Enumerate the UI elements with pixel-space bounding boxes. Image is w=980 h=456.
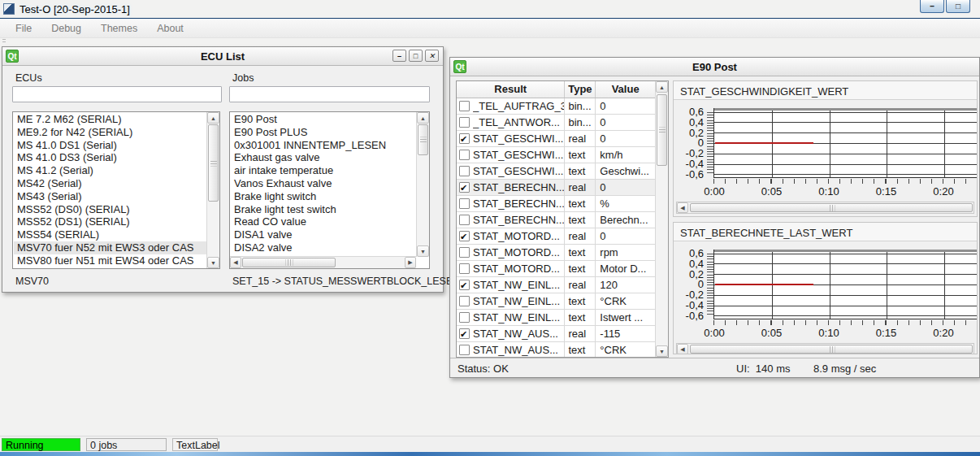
ecu-window-titlebar[interactable]: Qt ECU List – □ ✕ — [2, 47, 443, 66]
scroll-down-icon[interactable]: ▼ — [207, 257, 219, 268]
row-checkbox[interactable]: ✔ — [459, 182, 470, 193]
job-list-item[interactable]: air intake temperatue — [231, 164, 416, 177]
table-row[interactable]: ✔STAT_BERECHN... real 0 — [457, 180, 655, 196]
row-checkbox[interactable]: ✔ — [459, 150, 470, 160]
column-header-result[interactable]: Result — [457, 81, 565, 98]
chart-hscrollbar[interactable]: ◀ — [676, 202, 974, 214]
job-list-item[interactable]: 0x301001 INNENTEMP_LESEN — [231, 139, 416, 152]
scrollbar-thumb[interactable] — [208, 124, 219, 202]
row-checkbox[interactable]: ✔ — [459, 247, 470, 258]
jobs-list-hscrollbar[interactable]: ◀ ▶ — [230, 256, 416, 268]
scrollbar-thumb[interactable] — [242, 258, 336, 267]
menu-item[interactable]: Debug — [44, 20, 89, 37]
table-row[interactable]: ✔STAT_NW_EINL... text °CRK — [457, 293, 655, 310]
table-row[interactable]: ✔_TEL_AUFTRAG_3 bin... 0 — [457, 98, 655, 115]
job-list-item[interactable]: E90 Post PLUS — [231, 126, 416, 139]
chart-hscrollbar[interactable]: ◀ — [676, 343, 974, 354]
column-header-value[interactable]: Value — [596, 81, 655, 98]
scrollbar-thumb[interactable] — [418, 124, 428, 155]
job-list-item[interactable]: DISA2 valve — [231, 241, 416, 254]
window-titlebar[interactable]: Test-O [20-Sep-2015-1] – □ — [0, 0, 980, 19]
e90-status-bar: Status: OK UI: 140 ms 8.9 msg / sec — [450, 358, 979, 378]
jobs-filter-input[interactable] — [229, 86, 430, 102]
table-vscrollbar[interactable]: ▲ ▼ — [655, 81, 668, 357]
scroll-up-icon[interactable]: ▲ — [417, 112, 429, 124]
job-list-item[interactable]: E90 Post — [231, 113, 416, 126]
row-checkbox[interactable]: ✔ — [459, 166, 470, 176]
table-row[interactable]: ✔STAT_MOTORD... text rpm — [457, 245, 655, 261]
scroll-up-icon[interactable]: ▲ — [207, 112, 219, 124]
job-list-item[interactable]: DISA1 valve — [231, 228, 416, 241]
scroll-down-icon[interactable]: ▼ — [417, 245, 429, 257]
menu-item[interactable]: Themes — [93, 20, 145, 37]
scrollbar-thumb[interactable] — [657, 94, 667, 166]
scroll-left-icon[interactable]: ◀ — [677, 202, 688, 213]
job-list-item[interactable]: Brake light test switch — [231, 203, 416, 216]
menu-item[interactable]: File — [8, 20, 39, 37]
ecu-list-item[interactable]: MS 41.2 (Serial) — [14, 164, 206, 177]
scrollbar-thumb[interactable] — [690, 345, 973, 354]
table-row[interactable]: ✔STAT_BERECHN... text Berechn... — [457, 212, 655, 228]
row-checkbox[interactable]: ✔ — [459, 296, 470, 306]
ecu-list-item[interactable]: MSS52 (DS1) (SERIAL) — [14, 215, 206, 228]
maximize-button[interactable]: □ — [409, 50, 423, 62]
gridline — [714, 122, 977, 123]
scroll-right-icon[interactable]: ▶ — [405, 257, 416, 268]
row-checkbox[interactable]: ✔ — [459, 198, 470, 209]
row-checkbox[interactable]: ✔ — [459, 117, 470, 128]
column-header-type[interactable]: Type — [565, 81, 596, 98]
ecus-filter-input[interactable] — [12, 86, 222, 102]
close-button[interactable]: ✕ — [425, 50, 439, 62]
table-row[interactable]: ✔STAT_GESCHWI... text km/h — [457, 147, 655, 163]
scroll-left-icon[interactable]: ◀ — [677, 344, 688, 354]
table-row[interactable]: ✔STAT_NW_EINL... text Istwert ... — [457, 310, 655, 326]
result-cell: ✔_TEL_AUFTRAG_3 — [457, 98, 565, 114]
job-list-item[interactable]: Vanos Exhaust valve — [231, 177, 416, 190]
scroll-left-icon[interactable]: ◀ — [230, 257, 241, 268]
row-checkbox[interactable]: ✔ — [459, 231, 470, 241]
check-icon: ✔ — [460, 327, 467, 341]
minimize-button[interactable]: – — [920, 0, 944, 13]
table-row[interactable]: ✔STAT_MOTORD... text Motor D... — [457, 261, 655, 277]
maximize-button[interactable]: □ — [946, 0, 970, 13]
scroll-down-icon[interactable]: ▼ — [656, 345, 668, 357]
job-list-item[interactable]: Exhaust gas valve — [231, 151, 416, 164]
table-row[interactable]: ✔_TEL_ANTWOR... bin... 0 — [457, 115, 655, 131]
ecu-list-item[interactable]: MS43 (Serial) — [14, 190, 206, 203]
toolbar-grip-icon[interactable] — [2, 39, 6, 44]
job-list-item[interactable]: Read CO value — [231, 215, 416, 228]
row-checkbox[interactable]: ✔ — [459, 133, 470, 144]
ecu-list-item[interactable]: MS 41.0 DS1 (Serial) — [14, 139, 206, 152]
e90-window-titlebar[interactable]: Qt E90 Post — [450, 58, 979, 76]
scroll-up-icon[interactable]: ▲ — [656, 81, 668, 93]
job-list-item[interactable]: Brake light switch — [231, 190, 416, 203]
ecu-list-item[interactable]: MS 41.0 DS3 (Serial) — [14, 151, 206, 164]
table-row[interactable]: ✔STAT_NW_AUS... real -115 — [457, 326, 655, 342]
table-row[interactable]: ✔STAT_GESCHWI... real 0 — [457, 131, 655, 147]
menu-item[interactable]: About — [150, 20, 191, 37]
ecu-list-item[interactable]: ME9.2 for N42 (SERIAL) — [14, 126, 206, 139]
ecu-list-item[interactable]: MSV80 fuer N51 mit EWS4 oder CAS — [14, 254, 206, 267]
scrollbar-thumb[interactable] — [690, 203, 973, 212]
table-row[interactable]: ✔STAT_BERECHN... text % — [457, 196, 655, 212]
table-row[interactable]: ✔STAT_GESCHWI... text Geschwi... — [457, 163, 655, 180]
ecu-list-item[interactable]: MSS54 (SERIAL) — [14, 228, 206, 241]
row-checkbox[interactable]: ✔ — [459, 345, 470, 355]
row-checkbox[interactable]: ✔ — [459, 263, 470, 274]
minimize-button[interactable]: – — [392, 50, 406, 62]
ecu-list-vscrollbar[interactable]: ▲ ▼ — [206, 112, 219, 268]
results-table: Result Type Value ✔_TEL_AUFTRAG_3 bin...… — [456, 80, 669, 358]
row-checkbox[interactable]: ✔ — [459, 101, 470, 111]
row-checkbox[interactable]: ✔ — [459, 328, 470, 339]
ecu-list-item[interactable]: MSV70 fuer N52 mit EWS3 oder CAS — [14, 241, 206, 254]
row-checkbox[interactable]: ✔ — [459, 312, 470, 323]
row-checkbox[interactable]: ✔ — [459, 280, 470, 290]
row-checkbox[interactable]: ✔ — [459, 215, 470, 225]
ecu-list-item[interactable]: MS42 (Serial) — [14, 177, 206, 190]
ecu-list-item[interactable]: MSS52 (DS0) (SERIAL) — [14, 203, 206, 216]
ecu-list-item[interactable]: ME 7.2 M62 (SERIAL) — [14, 113, 206, 126]
table-row[interactable]: ✔STAT_NW_AUS... text °CRK — [457, 342, 655, 357]
table-row[interactable]: ✔STAT_NW_EINL... real 120 — [457, 277, 655, 293]
table-row[interactable]: ✔STAT_MOTORD... real 0 — [457, 228, 655, 245]
jobs-list-vscrollbar[interactable]: ▲ ▼ — [416, 112, 429, 257]
